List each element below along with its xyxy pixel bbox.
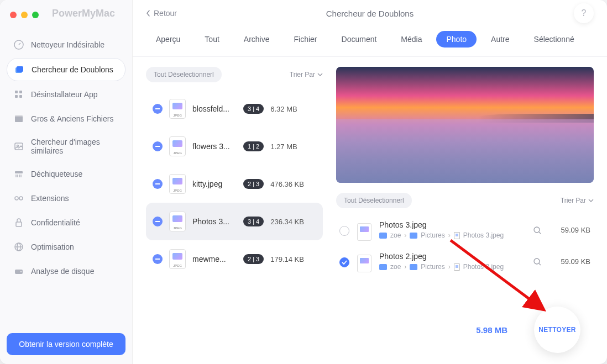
sidebar-item-8[interactable]: Optimisation [7,236,125,258]
duplicate-count-badge: 1 | 2 [243,141,264,151]
sidebar-item-2[interactable]: Désinstallateur App [7,83,125,105]
lock-icon [13,217,24,228]
file-name: kitty.jpeg [192,180,237,188]
tab-autre[interactable]: Autre [481,31,519,48]
sidebar-item-7[interactable]: Confidentialité [7,212,125,234]
tabs: AperçuToutArchiveFichierDocumentMédiaPho… [133,24,607,57]
svg-rect-4 [19,91,22,93]
duplicate-count-badge: 2 | 3 [243,179,264,189]
file-group-row[interactable]: JPEGkitty.jpeg2 | 3476.36 KB [146,165,323,203]
file-icon [454,232,460,239]
svg-point-25 [534,259,540,264]
file-name: flowers 3... [192,142,237,151]
sidebar-item-1[interactable]: Chercheur de Doublons [7,58,125,81]
gauge-icon [13,39,24,50]
tab-média[interactable]: Média [391,31,432,48]
sort-button[interactable]: Trier Par [290,71,323,78]
file-path: zoe › Pictures › Photos 3.jpeg [379,231,525,239]
shred-icon [13,168,24,180]
file-group-row[interactable]: JPEGmewme...2 | 3179.14 KB [146,240,323,278]
folder-icon [410,264,417,270]
tab-sélectionné[interactable]: Sélectionné [524,31,584,48]
minus-icon[interactable] [153,141,163,151]
duplicate-row: Photos 3.jpeg zoe › Pictures › Photos 3.… [336,215,594,246]
svg-rect-2 [17,66,23,72]
file-group-row[interactable]: JPEGflowers 3...1 | 21.27 MB [146,128,323,165]
checkbox[interactable] [339,226,349,236]
deselect-all-button[interactable]: Tout Déselectionnerl [146,67,222,82]
sidebar-item-label: Chercheur d'images similaires [31,138,119,155]
sidebar-item-9[interactable]: Analyse de disque [7,260,125,282]
svg-rect-5 [15,95,18,98]
sidebar-item-4[interactable]: Chercheur d'images similaires [7,132,125,161]
svg-point-18 [20,271,22,272]
layers-icon [14,64,25,75]
sidebar-item-0[interactable]: Nettoyeur Indésirable [7,34,125,56]
tab-photo[interactable]: Photo [436,31,477,48]
minus-icon[interactable] [153,179,163,189]
folder-icon [379,233,387,239]
minus-icon[interactable] [153,217,163,226]
svg-point-24 [534,227,540,233]
file-thumbnail: JPEG [169,99,186,119]
sidebar-item-5[interactable]: Déchiqueteuse [7,163,125,185]
minus-icon[interactable] [153,254,163,264]
sidebar-nav: Nettoyeur IndésirableChercheur de Doublo… [7,34,125,326]
total-size: 5.98 MB [476,325,507,335]
reveal-icon[interactable] [533,226,542,235]
ext-icon [13,193,24,204]
svg-rect-19 [155,108,160,109]
sidebar-item-6[interactable]: Extensions [7,187,125,209]
page-title: Chercheur de Doublons [326,9,414,18]
tab-tout[interactable]: Tout [195,31,229,48]
svg-rect-20 [155,146,160,147]
svg-rect-23 [155,259,160,260]
file-thumbnail [357,255,371,272]
minus-icon[interactable] [153,104,163,114]
svg-rect-22 [155,221,160,222]
box-icon [13,113,24,124]
maximize-icon[interactable] [32,12,39,18]
duplicate-count-badge: 2 | 3 [243,254,264,264]
file-group-row[interactable]: JPEGPhotos 3...3 | 4236.34 KB [146,203,323,240]
tab-aperçu[interactable]: Aperçu [146,31,190,48]
tab-document[interactable]: Document [332,31,387,48]
checkbox[interactable] [339,257,349,267]
sidebar-item-label: Analyse de disque [31,267,94,276]
help-button[interactable]: ? [574,3,594,23]
tab-archive[interactable]: Archive [234,31,280,48]
file-path: zoe › Pictures › Photos 2.jpeg [379,263,525,271]
upgrade-button[interactable]: Obtenir la version complète [7,333,125,355]
reveal-icon[interactable] [533,257,542,266]
svg-point-10 [17,145,19,147]
sidebar-item-label: Optimisation [31,242,74,251]
sidebar-item-label: Nettoyeur Indésirable [31,40,104,49]
detail-panel: Tout Déselectionnerl Trier Par Photos 3.… [336,67,594,364]
back-button[interactable]: Retour [146,9,177,18]
minimize-icon[interactable] [21,12,28,18]
topbar: Retour Chercheur de Doublons ? [133,0,607,24]
sort-detail-button[interactable]: Trier Par [561,197,594,204]
disk-icon [13,266,24,277]
grid-icon [13,89,24,100]
svg-rect-6 [19,95,22,98]
chevron-left-icon [146,10,150,17]
svg-rect-3 [15,91,18,93]
content: Tout Déselectionnerl Trier Par JPEGbloss… [133,57,607,364]
file-name: Photos 3... [192,217,237,226]
clean-button[interactable]: NETTOYER [534,307,580,353]
file-size: 179.14 KB [270,255,315,263]
tab-fichier[interactable]: Fichier [284,31,327,48]
duplicate-file-name: Photos 3.jpeg [379,220,525,229]
file-group-row[interactable]: JPEGblossfeld...3 | 46.32 MB [146,90,323,128]
app-window: PowerMyMac Nettoyeur IndésirableChercheu… [0,0,607,364]
svg-rect-11 [15,171,23,173]
sidebar-item-label: Gros & Anciens Fichiers [31,114,113,123]
sidebar-item-3[interactable]: Gros & Anciens Fichiers [7,108,125,130]
close-icon[interactable] [10,12,17,18]
deselect-all-detail-button[interactable]: Tout Déselectionnerl [336,193,412,208]
sidebar: PowerMyMac Nettoyeur IndésirableChercheu… [0,0,133,364]
sidebar-item-label: Déchiqueteuse [31,170,82,178]
duplicate-file-size: 59.09 KB [550,257,590,266]
back-label: Retour [154,9,177,18]
